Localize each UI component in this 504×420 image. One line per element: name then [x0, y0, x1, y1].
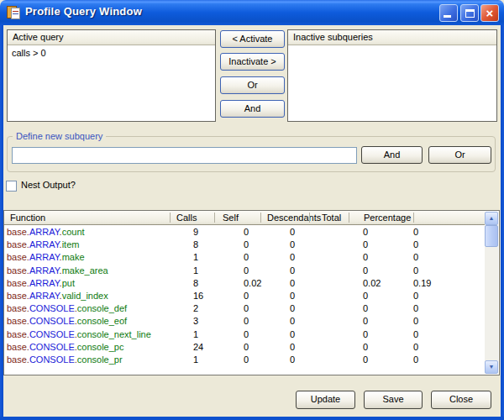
scroll-up-icon: ▲ [489, 215, 495, 221]
profile-query-window: Profile Query Window × Active query call… [0, 0, 504, 420]
profile-results-table: Function Calls Self Descendants Total Pe… [3, 210, 500, 375]
self-cell: 0 [244, 302, 249, 315]
percentage-cell: 0 [413, 290, 418, 302]
self-cell: 0.02 [244, 277, 261, 290]
close-dialog-button[interactable]: Close [431, 391, 491, 409]
self-cell: 0 [244, 354, 249, 366]
table-row[interactable]: base.CONSOLE.console_def20000 [4, 302, 485, 315]
scroll-up-button[interactable]: ▲ [485, 212, 498, 225]
titlebar: Profile Query Window × [0, 0, 504, 25]
calls-cell: 2 [193, 302, 198, 315]
column-header-calls[interactable]: Calls [176, 212, 197, 224]
update-button[interactable]: Update [296, 391, 355, 409]
total-cell: 0 [363, 302, 368, 315]
calls-cell: 9 [193, 226, 198, 239]
percentage-cell: 0.19 [413, 277, 431, 290]
inactive-subqueries-list[interactable]: Inactive subqueries [287, 29, 497, 122]
table-row[interactable]: base.CONSOLE.console_pc240000 [4, 341, 485, 354]
column-header-function[interactable]: Function [10, 212, 45, 224]
self-cell: 0 [244, 315, 249, 328]
descendants-cell: 0 [290, 265, 295, 277]
table-row[interactable]: base.ARRAY.make_area10000 [4, 265, 485, 277]
percentage-cell: 0 [413, 354, 418, 366]
function-cell: base.ARRAY.item [7, 239, 79, 251]
column-divider [214, 213, 215, 223]
calls-cell: 16 [193, 290, 203, 302]
descendants-cell: 0 [290, 277, 295, 290]
calls-cell: 8 [193, 277, 198, 290]
percentage-cell: 0 [413, 239, 418, 251]
table-row[interactable]: base.ARRAY.make10000 [4, 251, 485, 264]
function-cell: base.ARRAY.valid_index [7, 290, 108, 302]
active-query-item[interactable]: calls > 0 [8, 45, 215, 59]
total-cell: 0 [363, 341, 368, 354]
inactivate-button[interactable]: Inactivate > [220, 53, 285, 71]
descendants-cell: 0 [290, 315, 295, 328]
descendants-cell: 0 [290, 341, 295, 354]
percentage-cell: 0 [413, 302, 418, 315]
table-row[interactable]: base.CONSOLE.console_eof30000 [4, 315, 485, 328]
table-row[interactable]: base.ARRAY.valid_index160000 [4, 290, 485, 302]
scroll-down-button[interactable]: ▼ [485, 360, 498, 374]
percentage-cell: 0 [413, 341, 418, 354]
define-subquery-label: Define new subquery [13, 131, 106, 141]
active-query-header: Active query [8, 30, 215, 45]
subquery-input[interactable] [12, 147, 357, 164]
function-cell: base.ARRAY.count [7, 226, 85, 239]
self-cell: 0 [244, 226, 249, 239]
and-combine-button[interactable]: And [220, 100, 285, 118]
column-header-total[interactable]: Total [322, 212, 341, 224]
subquery-and-button[interactable]: And [361, 146, 423, 164]
calls-cell: 3 [193, 315, 198, 328]
self-cell: 0 [244, 251, 249, 264]
function-cell: base.CONSOLE.console_def [7, 302, 127, 315]
nest-output-checkbox[interactable] [6, 181, 17, 192]
descendants-cell: 0 [290, 354, 295, 366]
minimize-button[interactable] [439, 4, 458, 22]
calls-cell: 1 [193, 354, 198, 366]
maximize-button[interactable] [460, 4, 479, 22]
column-header-percentage[interactable]: Percentage [364, 212, 411, 224]
percentage-cell: 0 [413, 265, 418, 277]
total-cell: 0 [363, 290, 368, 302]
table-row[interactable]: base.CONSOLE.console_next_line10000 [4, 328, 485, 341]
activate-button[interactable]: < Activate [220, 30, 285, 48]
calls-cell: 1 [193, 265, 198, 277]
or-combine-button[interactable]: Or [220, 76, 285, 94]
subquery-or-button[interactable]: Or [428, 146, 491, 164]
inactive-subqueries-header: Inactive subqueries [288, 30, 496, 45]
column-divider [349, 213, 349, 223]
close-button[interactable]: × [480, 4, 499, 22]
table-body: base.ARRAY.count90000base.ARRAY.item8000… [4, 226, 485, 375]
scrollbar-thumb[interactable] [485, 225, 498, 247]
column-header-self[interactable]: Self [223, 212, 239, 224]
column-divider [413, 213, 414, 223]
descendants-cell: 0 [290, 290, 295, 302]
percentage-cell: 0 [413, 226, 418, 239]
function-cell: base.ARRAY.put [7, 277, 75, 290]
minimize-icon [444, 15, 451, 18]
nest-output-label: Nest Output? [21, 180, 76, 190]
column-header-descendants[interactable]: Descendants [267, 212, 321, 224]
self-cell: 0 [244, 341, 249, 354]
table-row[interactable]: base.ARRAY.put80.0200.020.19 [4, 277, 485, 290]
active-query-list[interactable]: Active query calls > 0 [7, 29, 216, 122]
maximize-icon [465, 9, 475, 18]
table-row[interactable]: base.ARRAY.count90000 [4, 226, 485, 239]
self-cell: 0 [244, 265, 249, 277]
total-cell: 0 [363, 328, 368, 341]
close-icon: × [481, 5, 498, 21]
total-cell: 0 [363, 226, 368, 239]
function-cell: base.CONSOLE.console_pc [7, 341, 123, 354]
column-divider [170, 213, 171, 223]
calls-cell: 1 [193, 328, 198, 341]
table-row[interactable]: base.ARRAY.item80000 [4, 239, 485, 251]
save-button[interactable]: Save [364, 391, 423, 409]
total-cell: 0 [363, 251, 368, 264]
vertical-scrollbar[interactable]: ▲ ▼ [485, 212, 498, 374]
table-row[interactable]: base.CONSOLE.console_pr10000 [4, 354, 485, 366]
calls-cell: 24 [193, 341, 203, 354]
scroll-down-icon: ▼ [489, 364, 495, 370]
total-cell: 0 [363, 354, 368, 366]
function-cell: base.CONSOLE.console_pr [7, 354, 123, 366]
